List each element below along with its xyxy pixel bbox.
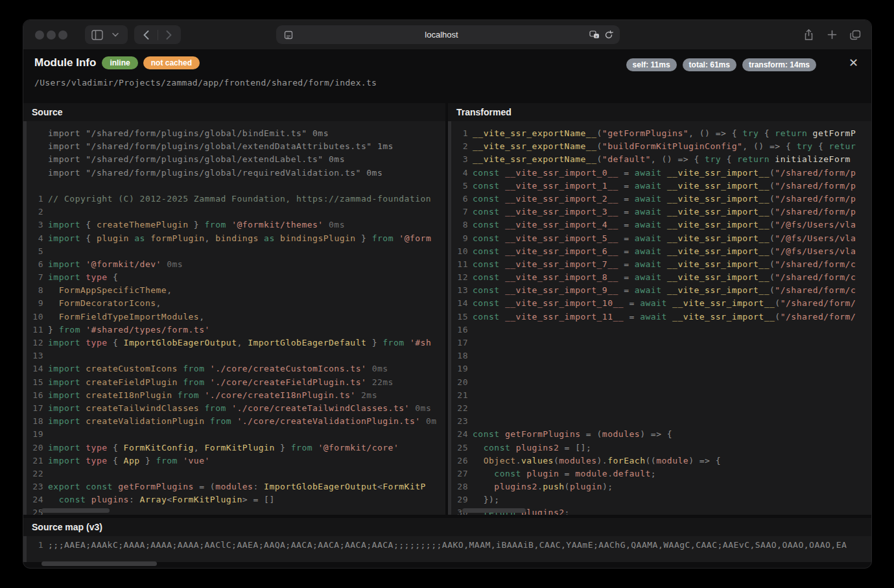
- line-number: 13: [453, 284, 468, 297]
- line-number: 21: [28, 454, 43, 467]
- code-line: 8const __vite_ssr_import_4__ = await __v…: [453, 218, 871, 231]
- chevron-down-icon[interactable]: [108, 28, 123, 42]
- line-number: 22: [453, 402, 468, 415]
- sidebar-icon[interactable]: [90, 28, 104, 42]
- line-number: 23: [453, 415, 468, 428]
- line-number: 4: [28, 232, 43, 245]
- line-number: 12: [453, 271, 468, 284]
- code-line: 22: [28, 467, 445, 480]
- line-number: 18: [28, 415, 43, 428]
- line-number: 4: [453, 167, 468, 180]
- line-number: 24: [28, 493, 43, 506]
- line-number: 1: [453, 127, 468, 140]
- line-number: 15: [28, 376, 43, 389]
- line-number: 11: [28, 323, 43, 336]
- line-number: 17: [28, 402, 43, 415]
- code-line: 7import type {: [28, 271, 445, 284]
- line-number: 14: [453, 297, 468, 310]
- sourcemap-pane-header: Source map (v3): [23, 518, 871, 536]
- source-pane-title: Source: [32, 107, 62, 117]
- code-line: 4import { plugin as formPlugin, bindings…: [28, 232, 445, 245]
- timing-badge: total: 61ms: [683, 58, 736, 71]
- code-line: 26 Object.values(modules).forEach((modul…: [453, 454, 871, 467]
- close-icon[interactable]: ✕: [849, 56, 858, 70]
- code-line: 7const __vite_ssr_import_3__ = await __v…: [453, 206, 871, 218]
- address-bar[interactable]: localhost x: [276, 25, 620, 44]
- line-number: 20: [453, 376, 468, 389]
- code-line: 1__vite_ssr_exportName__("getFormPlugins…: [453, 127, 871, 140]
- line-number: 9: [28, 297, 43, 310]
- code-line: 2__vite_ssr_exportName__("buildFormKitPl…: [453, 140, 871, 153]
- code-line: 14const __vite_ssr_import_10__ = await _…: [453, 297, 871, 310]
- transformed-pane: Transformed 1__vite_ssr_exportName__("ge…: [448, 103, 871, 515]
- source-code-area[interactable]: import "/shared/form/plugins/global/bind…: [23, 121, 445, 515]
- code-line: 15import createFieldPlugin from './core/…: [28, 376, 445, 389]
- line-number: [28, 140, 43, 153]
- sourcemap-code-area[interactable]: 1;;;AAEA;AAAkC;AAAA;AAAA;AAAA;AAClC;AAEA…: [23, 536, 871, 562]
- code-line: 2: [28, 206, 445, 218]
- code-line: import "/shared/form/plugins/global/exte…: [28, 153, 445, 166]
- source-horizontal-scrollbar[interactable]: [41, 508, 110, 513]
- module-info-header: Module Info inlinenot cached self: 11mst…: [23, 49, 871, 103]
- browser-titlebar: localhost x: [23, 20, 871, 49]
- source-pane: Source import "/shared/form/plugins/glob…: [23, 103, 445, 515]
- code-line: 5: [28, 245, 445, 258]
- code-line: 16: [453, 323, 871, 336]
- line-number: [28, 153, 43, 166]
- line-number: 22: [28, 467, 43, 480]
- page-title: Module Info: [34, 56, 96, 69]
- line-number: 2: [453, 140, 468, 153]
- line-number: 7: [453, 206, 468, 218]
- code-line: 1;;;AAEA;AAAkC;AAAA;AAAA;AAAA;AAClC;AAEA…: [28, 539, 871, 552]
- sourcemap-horizontal-scrollbar[interactable]: [41, 561, 157, 566]
- code-line: 17import createTailwindClasses from './c…: [28, 402, 445, 415]
- line-number: 14: [28, 362, 43, 375]
- new-tab-icon[interactable]: [825, 28, 839, 42]
- nav-divider: [158, 30, 158, 40]
- line-number: 10: [453, 245, 468, 258]
- line-number: 16: [28, 389, 43, 402]
- line-number: 6: [28, 258, 43, 271]
- source-pane-header: Source: [23, 103, 445, 121]
- code-line: 10const __vite_ssr_import_6__ = await __…: [453, 245, 871, 258]
- zoom-window-button[interactable]: [58, 30, 67, 40]
- line-number: 26: [453, 454, 468, 467]
- page-settings-icon[interactable]: [281, 28, 296, 42]
- back-icon[interactable]: [139, 28, 154, 42]
- browser-window: localhost x Module Info inlinenot cached: [23, 19, 872, 569]
- transformed-horizontal-scrollbar[interactable]: [462, 508, 526, 513]
- code-line: import "/shared/form/plugins/global/bind…: [28, 127, 445, 140]
- line-number: 8: [453, 218, 468, 231]
- code-line: 6const __vite_ssr_import_2__ = await __v…: [453, 193, 871, 206]
- module-badges: inlinenot cached: [102, 56, 200, 69]
- share-icon[interactable]: [801, 28, 816, 42]
- forward-icon[interactable]: [162, 28, 176, 42]
- code-line: import "/shared/form/plugins/global/requ…: [28, 167, 445, 180]
- code-line: 9const __vite_ssr_import_5__ = await __v…: [453, 232, 871, 245]
- line-number: 5: [453, 180, 468, 193]
- code-line: 17: [453, 336, 871, 349]
- code-line: 10 FormFieldTypeImportModules,: [28, 311, 445, 323]
- minimize-window-button[interactable]: [47, 30, 56, 40]
- timing-badge: self: 11ms: [626, 58, 677, 71]
- timing-badges: self: 11mstotal: 61mstransform: 14ms: [626, 58, 816, 71]
- sidebar-toggle-group: [85, 25, 128, 44]
- code-line: 29 });: [453, 493, 871, 506]
- line-number: 25: [453, 441, 468, 454]
- code-line: 19: [28, 428, 445, 441]
- code-line: 11} from '#shared/types/form.ts': [28, 323, 445, 336]
- timing-badge: transform: 14ms: [742, 58, 816, 71]
- status-badge: not cached: [143, 56, 200, 69]
- tabs-overview-icon[interactable]: [848, 28, 862, 42]
- transformed-code-area[interactable]: 1__vite_ssr_exportName__("getFormPlugins…: [448, 121, 871, 515]
- close-window-button[interactable]: [35, 30, 44, 40]
- line-number: 11: [453, 258, 468, 271]
- line-number: 29: [453, 493, 468, 506]
- code-line: 24 const plugins: Array<FormKitPlugin> =…: [28, 493, 445, 506]
- translate-icon[interactable]: x: [587, 28, 602, 42]
- reload-icon[interactable]: [602, 28, 616, 42]
- code-line: 12const __vite_ssr_import_8__ = await __…: [453, 271, 871, 284]
- code-line: 25 const plugins2 = [];: [453, 441, 871, 454]
- code-line: 20: [453, 376, 871, 389]
- sourcemap-pane-title: Source map (v3): [32, 522, 102, 532]
